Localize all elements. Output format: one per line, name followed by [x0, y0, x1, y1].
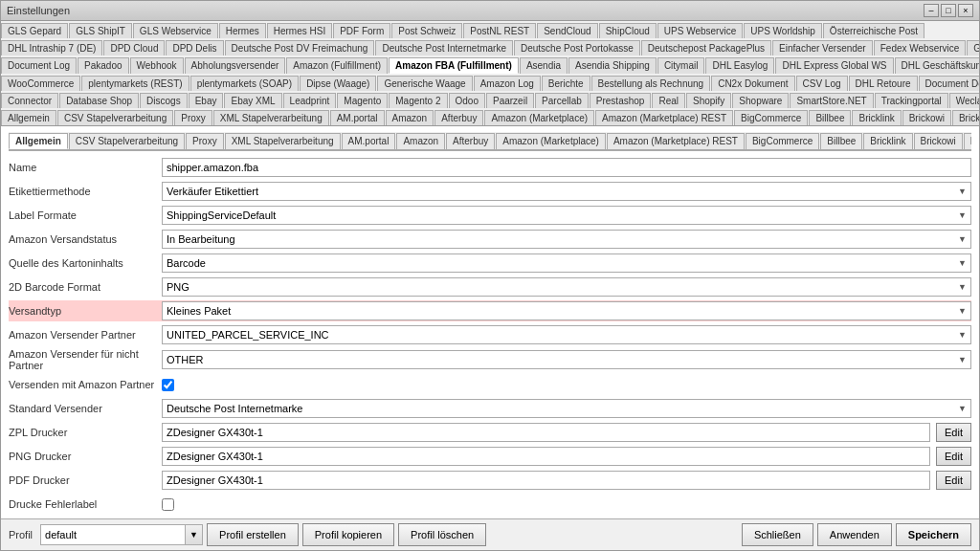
- tab-brickscout[interactable]: Brickscout: [952, 110, 979, 125]
- sub-tab-amazon-(marketplace)-rest[interactable]: Amazon (Marketplace) REST: [607, 133, 745, 149]
- sub-tab-amazon-(marketplace)[interactable]: Amazon (Marketplace): [496, 133, 606, 149]
- tab-odoo[interactable]: Odoo: [449, 93, 485, 108]
- select-wrapper-2[interactable]: ShippingServiceDefault▼: [162, 206, 971, 225]
- sub-tab-allgemein[interactable]: Allgemein: [9, 133, 68, 149]
- tab-ups-webservice[interactable]: UPS Webservice: [657, 23, 743, 38]
- close-button[interactable]: ×: [958, 4, 973, 17]
- sub-tab-brickscout[interactable]: Brickscout: [964, 133, 971, 149]
- sub-tab-xml-stapelverarbeitung[interactable]: XML Stapelverarbeitung: [225, 133, 341, 149]
- tab-deutschepost-packageplus[interactable]: Deutschepost PackagePlus: [641, 40, 771, 55]
- tab-amazon-fba-(fulfillment)[interactable]: Amazon FBA (Fulfillment): [389, 57, 519, 74]
- checkbox-14[interactable]: [162, 498, 174, 511]
- select-box-3[interactable]: In Bearbeitung▼: [162, 230, 971, 249]
- checkbox-9[interactable]: [162, 379, 174, 391]
- tab-dhl-retoure[interactable]: DHL Retoure: [849, 76, 918, 91]
- tab-leadprint[interactable]: Leadprint: [283, 93, 337, 108]
- tab-pakadoo[interactable]: Pakadoo: [78, 57, 128, 74]
- minimize-button[interactable]: –: [924, 4, 939, 17]
- tab-gls-shipit[interactable]: GLS ShipIT: [69, 23, 132, 38]
- form-input-13[interactable]: [162, 471, 930, 490]
- sub-tab-afterbuy[interactable]: Afterbuy: [446, 133, 495, 149]
- tab-webhook[interactable]: Webhook: [130, 57, 184, 74]
- profile-copy-button[interactable]: Profil kopieren: [302, 523, 394, 546]
- tab-berichte[interactable]: Berichte: [542, 76, 590, 91]
- tab-paarzeil[interactable]: Paarzeil: [486, 93, 534, 108]
- tab-dhl-intraship-7-(de)[interactable]: DHL Intraship 7 (DE): [1, 40, 102, 55]
- save-button[interactable]: Speichern: [896, 523, 971, 546]
- sub-tab-am.portal[interactable]: AM.portal: [342, 133, 396, 149]
- tab-allgemein[interactable]: Allgemein: [1, 110, 56, 125]
- tab-gel-express[interactable]: GEL Express: [967, 40, 979, 55]
- tab-billbee[interactable]: Billbee: [809, 110, 851, 125]
- select-wrapper-8[interactable]: OTHER▼: [162, 350, 971, 369]
- tab-prestashop[interactable]: Prestashop: [590, 93, 652, 108]
- tab-hermes-hsi[interactable]: Hermes HSI: [267, 23, 332, 38]
- profile-create-button[interactable]: Profil erstellen: [207, 523, 299, 546]
- sub-tab-billbee[interactable]: Billbee: [820, 133, 862, 149]
- select-wrapper-3[interactable]: In Bearbeitung▼: [162, 230, 971, 249]
- tab-ups-worldship[interactable]: UPS Worldship: [744, 23, 822, 38]
- tab-afterbuy[interactable]: Afterbuy: [434, 110, 483, 125]
- form-input-0[interactable]: [162, 158, 971, 177]
- tab-connector[interactable]: Connector: [1, 93, 58, 108]
- tab-post-schweiz[interactable]: Post Schweiz: [391, 23, 462, 38]
- select-box-5[interactable]: PNG▼: [162, 277, 971, 297]
- tab-dpd-cloud[interactable]: DPD Cloud: [103, 40, 165, 55]
- tab-dhl-geschäftskundenversand[interactable]: DHL Geschäftskundenversand: [895, 57, 979, 74]
- tab-csv-stapelverarbeitung[interactable]: CSV Stapelverarbeitung: [57, 110, 173, 125]
- close-button[interactable]: Schließen: [742, 523, 813, 546]
- tab-bestellung-als-rechnung[interactable]: Bestellung als Rechnung: [591, 76, 711, 91]
- tab-amazon-(marketplace)[interactable]: Amazon (Marketplace): [484, 110, 594, 125]
- tab-deutsche-post-portokasse[interactable]: Deutsche Post Portokasse: [514, 40, 640, 55]
- tab-gls-gepard[interactable]: GLS Gepard: [1, 23, 68, 38]
- form-input-11[interactable]: [162, 423, 930, 442]
- select-box-7[interactable]: UNITED_PARCEL_SERVICE_INC▼: [162, 325, 971, 344]
- tab-abholungsversender[interactable]: Abholungsversender: [185, 57, 286, 74]
- tab-pdf-form[interactable]: PDF Form: [333, 23, 390, 38]
- sub-tab-amazon[interactable]: Amazon: [396, 133, 445, 149]
- tab-citymail[interactable]: Citymail: [657, 57, 705, 74]
- tab-sendcloud[interactable]: SendCloud: [537, 23, 597, 38]
- tab-fedex-webservice[interactable]: Fedex Webservice: [874, 40, 967, 55]
- select-box-1[interactable]: Verkäufer Etikettiert▼: [162, 182, 971, 201]
- apply-button[interactable]: Anwenden: [817, 523, 892, 546]
- tab-gls-webservice[interactable]: GLS Webservice: [133, 23, 218, 38]
- tab-amazon-(marketplace)-rest[interactable]: Amazon (Marketplace) REST: [595, 110, 733, 125]
- tab-magento-2[interactable]: Magento 2: [389, 93, 447, 108]
- select-wrapper-4[interactable]: Barcode▼: [162, 253, 971, 273]
- tab-shopify[interactable]: Shopify: [686, 93, 731, 108]
- sub-tab-csv-stapelverarbeitung[interactable]: CSV Stapelverarbeitung: [69, 133, 185, 149]
- tab-document-log[interactable]: Document Log: [1, 57, 77, 74]
- tab-amazon-(fulfillment)[interactable]: Amazon (Fulfillment): [286, 57, 388, 74]
- tab-deutsche-post-internetmarke[interactable]: Deutsche Post Internetmarke: [375, 40, 513, 55]
- select-box-10[interactable]: Deutsche Post Internetmarke▼: [162, 399, 971, 418]
- tab-hermes[interactable]: Hermes: [219, 23, 266, 38]
- select-wrapper-5[interactable]: PNG▼: [162, 277, 971, 297]
- tab-deutsche-post-dv-freimachung[interactable]: Deutsche Post DV Freimachung: [225, 40, 375, 55]
- select-wrapper-6[interactable]: Kleines Paket▼: [162, 301, 971, 320]
- tab-shopware[interactable]: Shopware: [732, 93, 789, 108]
- tab-amazon-log[interactable]: Amazon Log: [474, 76, 541, 91]
- select-box-4[interactable]: Barcode▼: [162, 253, 971, 273]
- edit-button-11[interactable]: Edit: [936, 423, 971, 442]
- tab-dpd-delis[interactable]: DPD Delis: [166, 40, 223, 55]
- tab-woocommerce[interactable]: WooCommerce: [1, 76, 80, 91]
- tab-discogs[interactable]: Discogs: [140, 93, 188, 108]
- tab-database-shop[interactable]: Database Shop: [59, 93, 139, 108]
- tab-dipse-(waage)[interactable]: Dipse (Waage): [300, 76, 376, 91]
- tab-asendia-shipping[interactable]: Asendia Shipping: [568, 57, 657, 74]
- tab-am.portal[interactable]: AM.portal: [330, 110, 385, 125]
- form-input-12[interactable]: [162, 447, 930, 466]
- tab-dhl-easylog[interactable]: DHL Easylog: [705, 57, 774, 74]
- select-wrapper-10[interactable]: Deutsche Post Internetmarke▼: [162, 399, 971, 418]
- profile-dropdown-arrow[interactable]: ▼: [185, 525, 202, 544]
- tab-österreichische-post[interactable]: Österreichische Post: [823, 23, 924, 38]
- tab-weclapp[interactable]: Weclapp: [949, 93, 979, 108]
- tab-shipcloud[interactable]: ShipCloud: [599, 23, 657, 38]
- select-box-6[interactable]: Kleines Paket▼: [162, 301, 971, 320]
- profile-delete-button[interactable]: Profil löschen: [398, 523, 486, 546]
- tab-asendia[interactable]: Asendia: [520, 57, 568, 74]
- sub-tab-bricklink[interactable]: Bricklink: [863, 133, 912, 149]
- select-box-2[interactable]: ShippingServiceDefault▼: [162, 206, 971, 225]
- edit-button-12[interactable]: Edit: [936, 447, 971, 466]
